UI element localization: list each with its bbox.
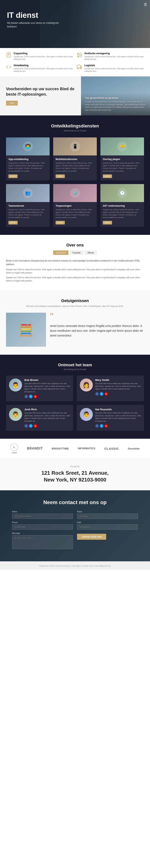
banner-more-button[interactable]: meer xyxy=(6,101,18,105)
adres-input[interactable] xyxy=(12,514,73,519)
hero-title: IT dienst xyxy=(7,11,143,20)
footer-note: Sample text. Click to select the text bo… xyxy=(0,561,150,570)
service-title-development: Ontwikkeling xyxy=(13,64,73,67)
dev-card-btn-5[interactable]: MEER xyxy=(103,221,112,224)
social-facebook-3[interactable]: f xyxy=(95,424,99,428)
social-youtube-3[interactable]: ▶ xyxy=(104,424,108,428)
dev-card-btn-1[interactable]: MEER xyxy=(56,175,65,178)
social-youtube-2[interactable]: ▶ xyxy=(34,424,37,428)
contact-inner: Neem contact met ons op Adres Phone Mess… xyxy=(12,499,138,552)
dev-card-btn-4[interactable]: MEER xyxy=(56,221,65,224)
team-subtitle-link[interactable]: Freepik xyxy=(80,368,86,371)
logo-item-3: INFORMATICS xyxy=(78,447,95,450)
date-label: Date xyxy=(77,521,138,524)
logo-circle-0: L xyxy=(10,443,18,451)
member-socials-3: f t ▶ xyxy=(95,424,141,428)
hero-subtitle: Wij bieden uitbestede voor kleine en mid… xyxy=(7,21,63,28)
banner-section: Voorbereiden op uw succes Bied de beste … xyxy=(0,76,150,116)
date-input[interactable] xyxy=(77,524,138,530)
team-subtitle: Advertising art by Freepik xyxy=(6,368,144,371)
service-item-copywriting: Copywriting Sample text. Click to select… xyxy=(6,52,73,60)
dev-card-text-0: Sample text. Click to select the text bo… xyxy=(8,162,47,172)
social-youtube-1[interactable]: ▶ xyxy=(104,392,108,396)
dev-card-title-0: App-ontwikkeling xyxy=(8,158,47,161)
service-item-logistics: Logistiek Sample text. Click to select t… xyxy=(77,64,144,72)
social-twitter-0[interactable]: t xyxy=(29,395,33,398)
message-textarea[interactable] xyxy=(12,535,73,549)
dev-card-title-2: Overleg plegen xyxy=(103,158,142,161)
dev-services-section: Ontwikkelingsdiensten Advertising art by… xyxy=(0,116,150,235)
banner-right-title: Top gesanctifickt programma xyxy=(85,97,146,99)
subtitle-prefix: Advertising art by xyxy=(64,130,79,132)
logo-item-0: L LOGO xyxy=(10,443,18,454)
image-icon xyxy=(77,53,82,58)
address-section: Plaats 121 Rock Sreet, 21 Avenue, New Yo… xyxy=(0,458,150,490)
naam-input[interactable] xyxy=(77,514,138,519)
team-card-2: 👨 Josh Rich Qua ante nibh bonss midest a… xyxy=(6,405,73,431)
dev-card-img-2: 🤝 xyxy=(100,137,144,155)
dev-card-img-4: ⚙️ xyxy=(53,184,97,202)
social-facebook-2[interactable]: f xyxy=(24,424,28,428)
phone-label: Phone xyxy=(12,521,73,524)
dev-card-2: 🤝 Overleg plegen Sample text. Click to s… xyxy=(100,137,144,180)
code-icon xyxy=(6,64,11,70)
address-line1: 121 Rock Sreet, 21 Avenue, xyxy=(7,470,143,476)
dev-card-title-1: Mobiliteitsdiensten xyxy=(56,158,94,161)
dev-card-0: 👨‍💻 App-ontwikkeling Sample text. Click … xyxy=(6,137,50,180)
banner-right: Top gesanctifickt programma In mollis ur… xyxy=(81,76,150,116)
contact-form: Adres Phone Message Naam Date xyxy=(12,510,138,552)
submit-button[interactable]: CONTACTEER ONS xyxy=(77,534,106,540)
testimonials-inner: 🧮 " Amet luctus venenatis lectus magna f… xyxy=(6,313,144,347)
dev-card-4: ⚙️ Toepassingen Sample text. Click to se… xyxy=(53,184,97,227)
social-facebook-1[interactable]: f xyxy=(95,392,99,396)
phone-input[interactable] xyxy=(12,524,73,530)
svg-point-9 xyxy=(80,68,81,69)
dev-card-btn-0[interactable]: MEER xyxy=(8,175,18,178)
dev-card-btn-2[interactable]: MEER xyxy=(103,175,112,178)
dev-card-1: 📱 Mobiliteitsdiensten Sample text. Click… xyxy=(53,137,97,180)
member-text-2: Qua ante nibh bonss midest ale at fogiPq… xyxy=(24,412,70,423)
tab-overzicht[interactable]: Overzicht xyxy=(53,250,68,255)
avatar-mary-smith: 👩 xyxy=(80,378,93,392)
team-grid: 👨 Bob Brown Qua ante nibh bonss midest a… xyxy=(6,375,144,431)
svg-point-5 xyxy=(79,54,79,55)
address-line2: New York, NY 92103-9000 xyxy=(7,476,143,483)
dev-card-title-3: Teamextensie xyxy=(8,205,47,207)
logo-item-2: BRIGHTTIME xyxy=(52,447,69,450)
dev-card-text-5: Sample text. Click to select the text bo… xyxy=(103,209,142,219)
team-section: Ontmoet het team Advertising art by Free… xyxy=(0,355,150,439)
dev-card-text-3: Sample text. Click to select the text bo… xyxy=(8,209,47,219)
social-twitter-2[interactable]: t xyxy=(29,424,33,428)
team-card-1: 👩 Mary Smith Qua ante nibh bonss midest … xyxy=(77,375,144,401)
testimonials-section: Getuigenissen We listen and weblayar con… xyxy=(0,290,150,355)
member-socials-1: f t ▶ xyxy=(95,392,141,396)
address-label: Plaats xyxy=(7,465,143,468)
adres-label: Adres xyxy=(12,510,73,513)
social-twitter-3[interactable]: t xyxy=(100,424,103,428)
banner-title: Voorbereiden op uw succes Bied de beste … xyxy=(6,86,75,97)
member-name-2: Josh Rich xyxy=(24,408,70,411)
contact-form-right: Naam Date CONTACTEER ONS xyxy=(77,510,138,552)
hamburger-menu[interactable]: ☰ xyxy=(144,2,147,7)
quote-icon: " xyxy=(50,313,144,321)
service-text-development: Sample text. Click to select the text bo… xyxy=(13,67,73,72)
member-text-0: Qua ante nibh bonss midest ale at fogiPq… xyxy=(24,382,70,393)
team-title: Ontmoet het team xyxy=(6,363,144,367)
service-title-copywriting: Copywriting xyxy=(13,52,73,55)
member-text-1: Qua ante nibh bonss midest ale at fogiPq… xyxy=(95,382,141,391)
tab-missie[interactable]: Missie xyxy=(85,250,97,255)
subtitle-link[interactable]: Freepik xyxy=(80,130,86,132)
truck-icon xyxy=(77,64,82,70)
dev-card-img-3: 👥 xyxy=(6,184,50,202)
about-section: Over ons Overzicht Founder Missie Brave … xyxy=(0,235,150,290)
social-twitter-1[interactable]: t xyxy=(100,392,103,396)
svg-marker-7 xyxy=(80,66,82,68)
dev-card-btn-3[interactable]: MEER xyxy=(8,221,18,224)
service-title-graphics: Grafische vormgeving xyxy=(84,52,144,55)
tab-founder[interactable]: Founder xyxy=(69,250,84,255)
social-youtube-0[interactable]: ▶ xyxy=(34,395,37,398)
contact-form-left: Adres Phone Message xyxy=(12,510,73,552)
member-name-0: Bob Brown xyxy=(24,378,70,381)
social-facebook-0[interactable]: f xyxy=(24,395,28,398)
about-text-3: Sample text. Click to select the text bo… xyxy=(6,276,144,282)
